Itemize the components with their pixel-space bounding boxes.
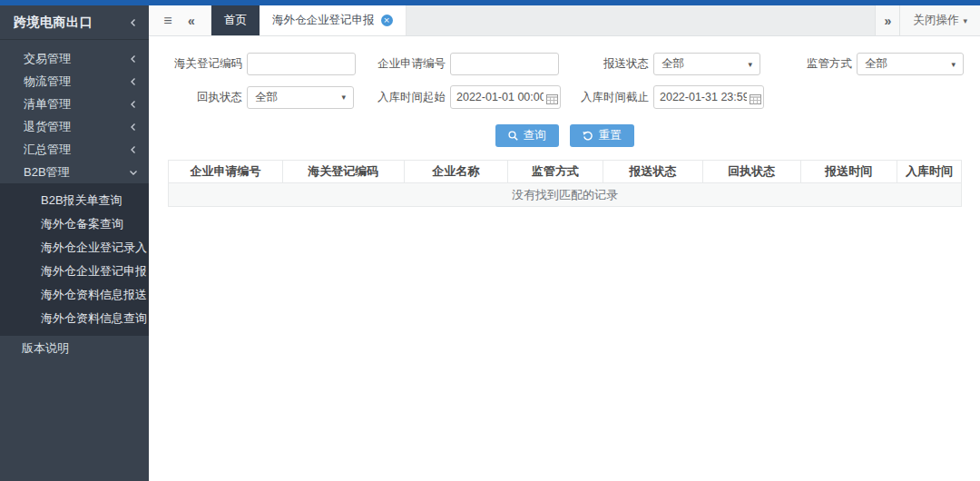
- caret-down-icon: ▾: [341, 93, 346, 102]
- supervision-mode-select[interactable]: 全部 ▾: [857, 53, 964, 75]
- chevron-left-icon: [129, 77, 138, 86]
- field-label: 回执状态: [166, 90, 242, 105]
- reset-button-label: 重置: [599, 128, 622, 143]
- field-report-status: 报送状态 全部 ▾: [573, 53, 776, 75]
- storage-time-start-wrap: [450, 85, 561, 109]
- chevron-left-icon: [129, 123, 138, 132]
- col-storage-time[interactable]: 入库时间: [897, 161, 962, 183]
- caret-down-icon: ▾: [748, 60, 752, 69]
- sidebar-item-label: 物流管理: [24, 74, 129, 90]
- filter-row-2: 回执状态 全部 ▾ 入库时间起始 入库时间截止: [166, 85, 980, 119]
- field-label: 监管方式: [776, 56, 852, 72]
- submenu-overseas-warehouse-record-query[interactable]: 海外仓备案查询: [0, 212, 149, 236]
- sidebar-header[interactable]: 跨境电商出口: [0, 5, 149, 40]
- col-report-status[interactable]: 报送状态: [603, 161, 702, 183]
- chevron-left-icon: [129, 54, 138, 64]
- sidebar-item-manifest[interactable]: 清单管理: [0, 93, 149, 115]
- caret-down-icon: ▾: [951, 60, 956, 69]
- col-supervision-mode[interactable]: 监管方式: [508, 161, 603, 183]
- caret-down-icon: ▾: [963, 16, 967, 25]
- chevron-down-icon: [129, 168, 138, 177]
- field-customs-reg-code: 海关登记编码: [166, 53, 369, 75]
- submenu-overseas-warehouse-info-report[interactable]: 海外仓资料信息报送: [0, 283, 149, 307]
- field-label: 报送状态: [573, 56, 649, 72]
- submenu-b2b-declaration-query[interactable]: B2B报关单查询: [0, 189, 149, 212]
- tab-label: 首页: [224, 13, 247, 28]
- field-enterprise-apply-no: 企业申请编号: [369, 53, 573, 75]
- sidebar-item-label: 清单管理: [24, 96, 129, 113]
- tabbar-right-controls: » 关闭操作 ▾: [875, 5, 980, 35]
- field-label: 入库时间起始: [369, 90, 446, 105]
- submenu-overseas-warehouse-registration-entry[interactable]: 海外仓企业登记录入: [0, 236, 149, 260]
- customs-reg-code-input[interactable]: [247, 53, 356, 75]
- query-button[interactable]: 查询: [495, 124, 559, 147]
- sidebar-item-label: B2B管理: [24, 164, 129, 181]
- empty-message: 没有找到匹配的记录: [169, 183, 962, 207]
- sidebar-item-returns[interactable]: 退货管理: [0, 115, 149, 138]
- close-operations-dropdown[interactable]: 关闭操作 ▾: [900, 13, 980, 28]
- page-content: 海关登记编码 企业申请编号 报送状态 全部 ▾ 监管方式 全部 ▾: [149, 36, 980, 207]
- submenu-overseas-warehouse-info-query[interactable]: 海外仓资料信息查询: [0, 307, 149, 330]
- field-supervision-mode: 监管方式 全部 ▾: [776, 53, 979, 75]
- tab-label: 海外仓企业登记申报: [272, 13, 375, 28]
- report-status-select[interactable]: 全部 ▾: [653, 53, 760, 75]
- reset-icon: [583, 131, 593, 141]
- col-receipt-status[interactable]: 回执状态: [703, 161, 801, 183]
- tab-home[interactable]: 首页: [211, 5, 260, 35]
- field-label: 入库时间截止: [573, 90, 649, 105]
- sidebar-item-summary[interactable]: 汇总管理: [0, 138, 149, 161]
- tab-overseas-warehouse-registration-declare[interactable]: 海外仓企业登记申报 ×: [260, 5, 407, 35]
- storage-time-end-wrap: [653, 85, 764, 109]
- empty-message-row: 没有找到匹配的记录: [169, 183, 962, 207]
- search-icon: [508, 131, 518, 141]
- scroll-tabs-left-icon[interactable]: «: [180, 5, 203, 35]
- submenu-overseas-warehouse-registration-declare[interactable]: 海外仓企业登记申报: [0, 260, 149, 283]
- tab-controls: ≡ «: [149, 5, 211, 35]
- chevron-left-icon: [129, 145, 138, 154]
- tab-close-icon[interactable]: ×: [381, 15, 393, 26]
- query-button-label: 查询: [524, 128, 546, 143]
- receipt-status-select[interactable]: 全部 ▾: [247, 86, 354, 109]
- col-customs-reg-code[interactable]: 海关登记编码: [282, 161, 404, 183]
- col-enterprise-apply-no[interactable]: 企业申请编号: [169, 161, 283, 183]
- sidebar-menu: 交易管理 物流管理 清单管理 退货管理 汇总管理 B2B管理 B2B报关单查询 …: [0, 40, 149, 361]
- enterprise-apply-no-input[interactable]: [450, 53, 559, 75]
- table-header-row: 企业申请编号 海关登记编码 企业名称 监管方式 报送状态 回执状态 报送时间 入…: [169, 161, 962, 183]
- sidebar-item-label: 汇总管理: [24, 142, 129, 158]
- chevron-left-icon: [129, 100, 138, 109]
- col-enterprise-name[interactable]: 企业名称: [404, 161, 507, 183]
- select-value: 全部: [662, 56, 743, 72]
- filter-row-1: 海关登记编码 企业申请编号 报送状态 全部 ▾ 监管方式 全部 ▾: [166, 53, 980, 85]
- reset-button[interactable]: 重置: [570, 124, 634, 147]
- tabbar-spacer: [407, 5, 876, 35]
- field-receipt-status: 回执状态 全部 ▾: [166, 85, 369, 109]
- field-label: 海关登记编码: [166, 56, 242, 72]
- storage-time-start-input[interactable]: [450, 85, 561, 109]
- calendar-icon[interactable]: [750, 92, 761, 108]
- sidebar-item-version-notes[interactable]: 版本说明: [0, 336, 149, 361]
- main-area: ≡ « 首页 海外仓企业登记申报 × » 关闭操作 ▾ 海关登记编码: [149, 5, 980, 481]
- scroll-tabs-right-icon[interactable]: »: [876, 5, 899, 35]
- field-label: 企业申请编号: [369, 56, 446, 72]
- storage-time-end-input[interactable]: [653, 85, 764, 109]
- b2b-submenu: B2B报关单查询 海外仓备案查询 海外仓企业登记录入 海外仓企业登记申报 海外仓…: [0, 183, 149, 336]
- sidebar-item-b2b[interactable]: B2B管理: [0, 161, 149, 183]
- select-value: 全部: [255, 90, 337, 105]
- results-table: 企业申请编号 海关登记编码 企业名称 监管方式 报送状态 回执状态 报送时间 入…: [168, 160, 962, 207]
- calendar-icon[interactable]: [546, 92, 558, 108]
- field-storage-time-end: 入库时间截止: [573, 85, 776, 109]
- menu-toggle-icon[interactable]: ≡: [156, 5, 180, 35]
- action-buttons: 查询 重置: [149, 124, 980, 147]
- chevron-left-icon: [129, 18, 138, 27]
- field-storage-time-start: 入库时间起始: [369, 85, 573, 109]
- app-title: 跨境电商出口: [14, 15, 129, 31]
- select-value: 全部: [865, 56, 946, 72]
- sidebar: 跨境电商出口 交易管理 物流管理 清单管理 退货管理 汇总管理 B2B管理: [0, 5, 149, 481]
- close-operations-label: 关闭操作: [913, 13, 958, 28]
- sidebar-item-label: 退货管理: [24, 119, 129, 135]
- col-report-time[interactable]: 报送时间: [800, 161, 897, 183]
- tab-bar: ≡ « 首页 海外仓企业登记申报 × » 关闭操作 ▾: [149, 5, 980, 36]
- sidebar-item-label: 交易管理: [24, 51, 129, 67]
- sidebar-item-logistics[interactable]: 物流管理: [0, 70, 149, 93]
- sidebar-item-trade[interactable]: 交易管理: [0, 47, 149, 70]
